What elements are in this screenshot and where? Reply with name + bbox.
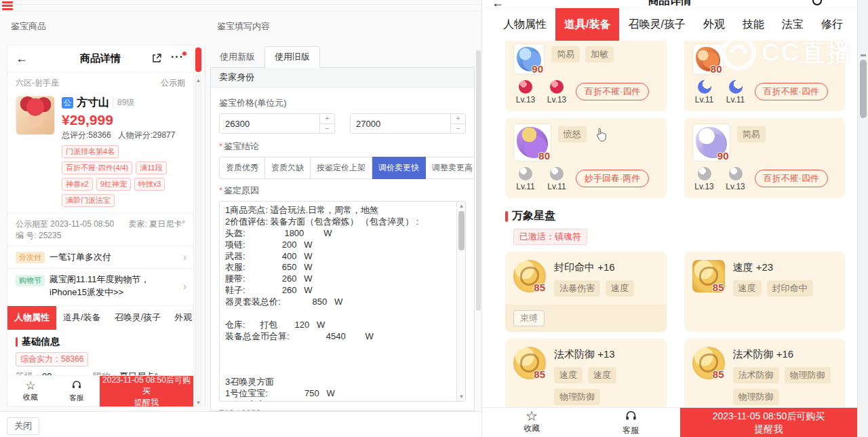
equip-tag: 愤怒 — [558, 126, 587, 142]
textarea-scrollbar[interactable]: ▲ ▼ — [456, 202, 465, 401]
equip-level: 90 — [717, 150, 729, 162]
option-raise-sell-higher[interactable]: 调整卖更高 — [426, 157, 475, 179]
buy-time-text: 2023-11-05 08:50后可购买 — [713, 410, 825, 423]
tab-treasure[interactable]: 法宝 — [773, 8, 812, 41]
collect-label: 收藏 — [23, 392, 38, 402]
service-button[interactable]: 客服 — [54, 376, 100, 406]
star-plate-icon: 85 — [513, 347, 546, 379]
left-scrollbar[interactable]: ▲ ▼ — [195, 45, 202, 407]
scroll-up-icon[interactable]: ▲ — [457, 203, 466, 209]
gem-level: Lv.11 — [547, 182, 566, 191]
detail-content: 90 简易 加敏 Lv.13 Lv.13 百折不摧·四件 — [482, 41, 857, 407]
tab-equipment[interactable]: 道具/装备 — [555, 8, 619, 41]
installment-row[interactable]: 分次付 一笔订单多次付 › — [7, 246, 193, 268]
tab-equipment[interactable]: 道具/装备 — [56, 306, 108, 330]
decrease-button[interactable]: − — [451, 124, 465, 134]
form-scrollbar[interactable] — [475, 45, 481, 407]
left-section-title: 鉴宝商品 — [11, 20, 46, 33]
scroll-up-icon[interactable]: ▲ — [195, 77, 202, 83]
highlight-tag: 神兽x2 — [62, 178, 93, 191]
service-button[interactable]: 客服 — [581, 408, 680, 437]
star-chip: 速度 — [588, 367, 616, 383]
tab-appearance[interactable]: 外观 — [167, 306, 193, 330]
star-card[interactable]: 85 速度 +23 速度 封印命中 — [684, 252, 846, 332]
gem-level: Lv.11 — [695, 95, 714, 104]
star-chip: 物理防御 — [785, 367, 831, 383]
scroll-down-icon[interactable]: ▼ — [195, 400, 202, 406]
star-name: 封印命中 +16 — [554, 261, 634, 274]
more-icon[interactable]: ··· — [171, 51, 184, 63]
product-bottom-bar: ☆ 收藏 客服 2023-11-05 08:50后可购买 提醒我 — [7, 375, 193, 406]
product-panel: ← 商品详情 ··· 六区-射手座 公示期 公 方寸山 89级 ¥29,999 … — [7, 45, 194, 407]
price-low-stepper: + − — [219, 113, 335, 134]
star-extra-tag: 束缚 — [513, 310, 545, 326]
scrollbar-thumb-red[interactable] — [195, 48, 201, 72]
character-score: 人物评分:29877 — [118, 130, 176, 141]
equip-card[interactable]: 80 Lv.11 Lv.11 百折不摧·四件 — [684, 41, 846, 111]
star-chip: 法暴伤害 — [554, 280, 600, 297]
star-chip: 物理防御 — [554, 389, 600, 405]
buy-reminder-button[interactable]: 2023-11-05 08:50后可购买 提醒我 — [680, 408, 857, 437]
star-name: 法术防御 +13 — [554, 348, 658, 361]
equip-level: 80 — [538, 150, 550, 162]
option-lower-sell-faster[interactable]: 调价卖更快 — [372, 157, 426, 179]
equip-tag: 简易 — [551, 46, 580, 62]
close-button[interactable]: 关闭 — [7, 417, 39, 435]
star-level: 85 — [534, 368, 545, 380]
collect-button[interactable]: ☆ 收藏 — [482, 408, 581, 437]
menu-icon[interactable] — [2, 1, 13, 12]
tab-attributes[interactable]: 人物属性 — [494, 8, 555, 41]
tab-summons[interactable]: 召唤灵/孩子 — [108, 306, 168, 330]
star-name: 速度 +23 — [733, 261, 813, 274]
star-name: 法术防御 +16 — [733, 348, 836, 361]
character-avatar[interactable] — [16, 96, 55, 135]
buy-reminder-button[interactable]: 2023-11-05 08:50后可购买 提醒我 — [100, 376, 193, 406]
gem-level: Lv.11 — [516, 182, 535, 191]
highlight-tag: 百折不摧·四件(4/4) — [62, 162, 132, 174]
price-low-input[interactable] — [220, 114, 319, 133]
set-effect-badge: 百折不摧·四件 — [576, 83, 649, 100]
top-divider-2 — [0, 11, 481, 12]
tab-appearance[interactable]: 外观 — [694, 8, 734, 41]
collect-button[interactable]: ☆ 收藏 — [7, 376, 54, 406]
detail-bottom-bar: ☆ 收藏 客服 2023-11-05 08:50后可购买 提醒我 — [482, 407, 857, 437]
equip-card[interactable]: 80 愤怒 Lv.11 Lv.11 妙手回春·两件 — [505, 118, 667, 198]
tab-skills[interactable]: 技能 — [734, 8, 773, 41]
price-high-input[interactable] — [351, 114, 450, 133]
scrollbar-thumb[interactable] — [458, 211, 465, 250]
product-nav-bar: ← 商品详情 ··· — [7, 45, 193, 73]
equip-card[interactable]: 90 简易 加敏 Lv.13 Lv.13 百折不摧·四件 — [505, 41, 667, 111]
tab-attributes[interactable]: 人物属性 — [7, 306, 56, 330]
top-divider — [0, 4, 481, 5]
star-icon: ☆ — [25, 380, 35, 392]
share-icon[interactable] — [151, 53, 162, 66]
tab-old-version[interactable]: 使用旧版 — [264, 46, 320, 68]
highlight-tag: 满11段 — [136, 162, 166, 174]
scrollbar-thumb[interactable] — [860, 60, 867, 118]
tab-cultivation[interactable]: 修行 — [812, 8, 852, 41]
gem-level: Lv.13 — [726, 182, 745, 191]
option-quality-good[interactable]: 资质优秀 — [219, 157, 265, 179]
equip-tag: 简易 — [737, 126, 766, 142]
equip-card[interactable]: 90 简易 Lv.13 Lv.13 百折不摧·四件 — [684, 118, 846, 198]
reason-textarea[interactable]: 1商品亮点: 适合玩法.日常，周常，地煞 2价值评估: 装备方面（包含熔炼） （… — [220, 202, 456, 401]
page-scrollbar[interactable] — [857, 0, 868, 437]
option-list-at-appraisal[interactable]: 按鉴定价上架 — [311, 157, 372, 179]
option-quality-poor[interactable]: 资质欠缺 — [265, 157, 311, 179]
star-card[interactable]: 85 封印命中 +16 法暴伤害 速度 束缚 — [505, 252, 667, 332]
equip-level: 80 — [711, 63, 722, 75]
tab-summons[interactable]: 召唤灵/孩子 — [619, 8, 694, 41]
increase-button[interactable]: + — [320, 114, 334, 124]
decrease-button[interactable]: − — [320, 124, 334, 134]
scrollbar-thumb[interactable] — [476, 50, 481, 311]
star-card[interactable]: 85 法术防御 +13 速度 速度 物理防御 — [505, 339, 667, 407]
detail-panel: ← 商品详情 人物属性 道具/装备 召唤灵/孩子 外观 技能 法宝 修行 90 … — [481, 0, 857, 437]
scroll-down-icon[interactable]: ▼ — [457, 394, 466, 400]
increase-button[interactable]: + — [451, 114, 465, 124]
chevron-right-icon: › — [183, 251, 186, 263]
price: ¥29,999 — [62, 112, 185, 128]
star-card[interactable]: 85 法术防御 +16 法术防御 物理防御 物理防御 — [684, 339, 846, 407]
star-chip: 速度 — [733, 280, 762, 297]
festival-row[interactable]: 购物节 藏宝阁11.11年度购物节，iPhone15派发中>> › — [7, 268, 193, 304]
tab-new-version[interactable]: 使用新版 — [210, 47, 264, 67]
